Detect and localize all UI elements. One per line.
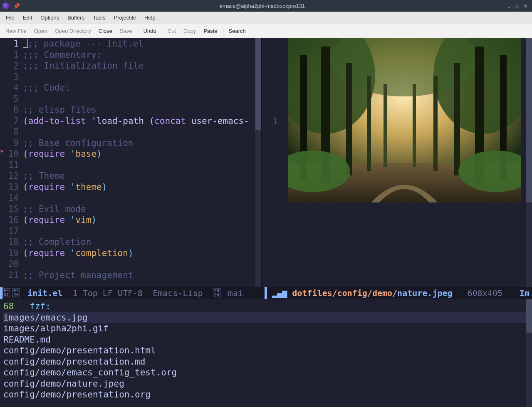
- fzf-panel[interactable]: 68 fzf: images/emacs.jpgimages/alpha2phi…: [0, 299, 532, 407]
- code-line[interactable]: ;; Base configuration: [23, 138, 255, 149]
- menu-edit[interactable]: Edit: [19, 13, 36, 22]
- major-mode: Im: [520, 288, 530, 298]
- svg-rect-8: [367, 76, 371, 171]
- line-number: 12: [0, 170, 19, 182]
- image-holder: [282, 38, 526, 287]
- code-line[interactable]: (require 'completion): [23, 248, 255, 259]
- code-line[interactable]: (require 'vim): [23, 215, 255, 226]
- code-line[interactable]: [23, 94, 255, 105]
- fzf-item[interactable]: config/demo/presentation.md: [3, 356, 529, 368]
- line-number: 20: [0, 259, 19, 270]
- encoding-indicator: UTF-8: [118, 288, 143, 298]
- line-number-gutter: 1123456789101112131415161718192021: [0, 38, 23, 287]
- line-number: 19: [0, 248, 19, 259]
- svg-rect-7: [346, 63, 352, 175]
- menu-bar: FileEditOptionsBuffersToolsProjectileHel…: [0, 12, 532, 24]
- line-number: 9: [0, 138, 19, 149]
- fzf-results[interactable]: images/emacs.jpgimages/alpha2phi.gifREAD…: [3, 312, 529, 400]
- menu-file[interactable]: File: [2, 13, 19, 22]
- line-number: 11: [0, 160, 19, 171]
- code-line[interactable]: ;; package --- init.el: [23, 38, 255, 49]
- fzf-count: 68: [3, 301, 14, 311]
- toolbar-open-directory[interactable]: Open Directory: [51, 26, 94, 36]
- minimize-button[interactable]: ⌄: [505, 3, 513, 9]
- buffer-file: nature.jpeg: [397, 288, 452, 298]
- code-line[interactable]: (require 'theme): [23, 182, 255, 193]
- code-line[interactable]: ;; elisp files: [23, 104, 255, 116]
- code-line[interactable]: ;;; Initialization file: [23, 60, 255, 72]
- toolbar-close[interactable]: Close: [95, 26, 116, 36]
- fzf-item[interactable]: config/demo/nature.jpeg: [3, 378, 529, 390]
- maximize-button[interactable]: ◇: [513, 3, 521, 9]
- code-line[interactable]: [23, 72, 255, 83]
- code-line[interactable]: ;; Completion: [23, 237, 255, 248]
- svg-rect-11: [433, 76, 438, 171]
- cursor-line: 1: [73, 288, 78, 298]
- code-line[interactable]: [23, 126, 255, 138]
- vertical-scrollbar[interactable]: [255, 38, 261, 287]
- modeline-badge: E061: [2, 288, 10, 298]
- image-viewer[interactable]: 1: [262, 38, 532, 287]
- scroll-position: Top: [83, 288, 98, 298]
- code-line[interactable]: ;;; Commentary:: [23, 49, 255, 61]
- toolbar-new-file[interactable]: New File: [2, 26, 30, 36]
- code-line[interactable]: [23, 259, 255, 270]
- menu-projectile[interactable]: Projectile: [109, 13, 140, 22]
- fzf-item[interactable]: config/demo/emacs_config_test.org: [3, 367, 529, 378]
- code-line[interactable]: (require 'base): [23, 148, 255, 160]
- modeline-badge: F020: [213, 288, 220, 298]
- menu-options[interactable]: Options: [36, 13, 63, 22]
- modeline-accent: [0, 287, 2, 299]
- left-editor-pane: » 1123456789101112131415161718192021 ;; …: [0, 38, 261, 299]
- eol-indicator: LF: [103, 288, 113, 298]
- toolbar-copy[interactable]: Copy: [180, 26, 199, 36]
- code-editor[interactable]: 1123456789101112131415161718192021 ;; pa…: [0, 38, 261, 287]
- buffer-path: dotfiles/config/demo/: [292, 288, 397, 298]
- line-number: 7: [0, 116, 19, 127]
- code-area[interactable]: ;; package --- init.el;;; Commentary:;;;…: [23, 38, 255, 287]
- line-number: 16: [0, 215, 19, 226]
- toolbar-open[interactable]: Open: [31, 26, 51, 36]
- menu-tools[interactable]: Tools: [89, 13, 109, 22]
- code-line[interactable]: ;;; Code:: [23, 82, 255, 94]
- tool-bar: New FileOpenOpen DirectoryCloseSaveUndoC…: [0, 24, 532, 38]
- code-line[interactable]: ;; Project management: [23, 270, 255, 281]
- fzf-item[interactable]: README.md: [3, 334, 529, 345]
- line-number: 21: [0, 270, 19, 281]
- code-line[interactable]: ;; Theme: [23, 170, 255, 182]
- modeline-accent: [265, 287, 267, 299]
- fzf-item[interactable]: config/demo/presentation.org: [3, 389, 529, 400]
- svg-rect-10: [413, 84, 416, 167]
- pin-icon[interactable]: 📌: [13, 3, 20, 9]
- right-image-pane: 1: [261, 38, 532, 299]
- line-number: 2: [0, 60, 19, 72]
- line-number: 6: [0, 104, 19, 116]
- menu-buffers[interactable]: Buffers: [63, 13, 89, 22]
- toolbar-cut[interactable]: Cut: [164, 26, 179, 36]
- main-split: » 1123456789101112131415161718192021 ;; …: [0, 38, 532, 299]
- line-number: 1: [0, 38, 19, 49]
- code-line[interactable]: ;; Evil mode: [23, 204, 255, 215]
- close-button[interactable]: ✕: [521, 3, 530, 9]
- toolbar-search[interactable]: Search: [225, 26, 249, 36]
- line-number: 4: [0, 82, 19, 94]
- code-line[interactable]: [23, 192, 255, 204]
- flycheck-marker-icon: »: [0, 148, 3, 154]
- fzf-item[interactable]: images/alpha2phi.gif: [3, 323, 529, 334]
- fzf-item[interactable]: images/emacs.jpg: [3, 312, 529, 323]
- code-line[interactable]: (add-to-list 'load-path (concat user-ema…: [23, 116, 255, 127]
- toolbar-save[interactable]: Save: [116, 26, 136, 36]
- code-line[interactable]: [23, 160, 255, 171]
- line-number: 13: [0, 182, 19, 193]
- toolbar-undo[interactable]: Undo: [140, 26, 160, 36]
- vertical-scrollbar[interactable]: [526, 299, 532, 407]
- menu-help[interactable]: Help: [140, 13, 160, 22]
- emacs-app-icon: [2, 2, 9, 9]
- text-cursor: [23, 39, 28, 48]
- fzf-item[interactable]: config/demo/presentation.html: [3, 345, 529, 356]
- modeline-badge: E926: [12, 288, 20, 298]
- code-line[interactable]: [23, 226, 255, 237]
- vertical-scrollbar[interactable]: [526, 38, 532, 287]
- toolbar-paste[interactable]: Paste: [200, 26, 220, 36]
- fzf-prompt: fzf:: [30, 301, 51, 311]
